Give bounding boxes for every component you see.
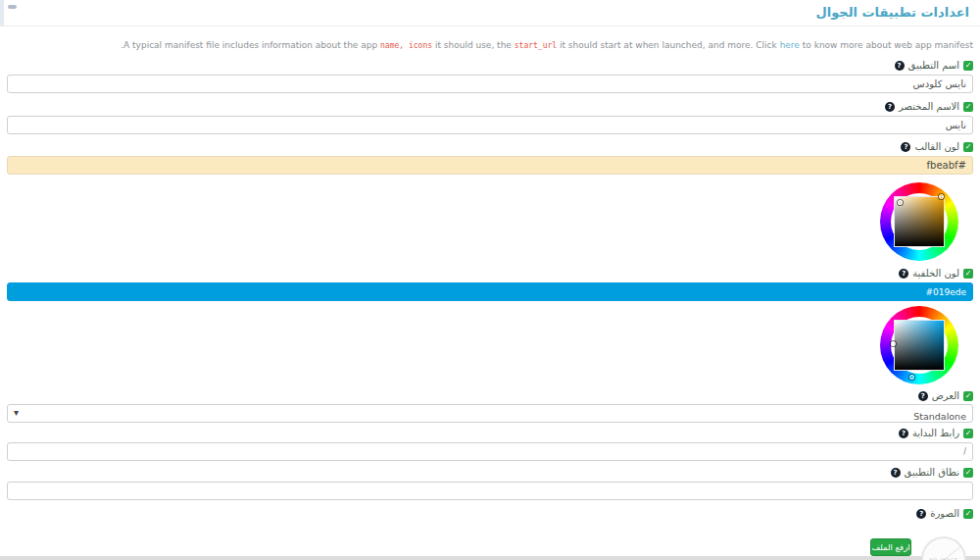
short-name-label: الاسم المختصر [899, 101, 959, 112]
scope-input[interactable] [7, 482, 973, 500]
theme-color-picker[interactable] [880, 182, 958, 261]
form-content: A typical manifest file includes informa… [0, 40, 980, 560]
collapse-handle-icon[interactable] [8, 5, 17, 9]
image-checkbox[interactable]: ✓ [963, 509, 973, 519]
display-help-icon[interactable]: ? [918, 391, 928, 401]
image-upload-row: NO IMAGE ارفع الملف [7, 537, 973, 560]
card-header: اعدادات تطبيقات الجوال [0, 0, 980, 26]
start-url-label: رابط البداية [912, 428, 959, 438]
scope-label: نطاق التطبيق [905, 467, 959, 478]
scope-label-row: ✓ نطاق التطبيق ? [7, 466, 973, 479]
display-select[interactable]: Standalone [8, 408, 972, 425]
display-label: العرض [932, 390, 959, 401]
background-color-help-icon[interactable]: ? [899, 269, 908, 279]
image-help-icon[interactable]: ? [916, 509, 926, 519]
background-color-picker[interactable] [880, 306, 958, 384]
start-url-input[interactable] [7, 442, 973, 461]
app-name-checkbox[interactable]: ✓ [963, 61, 973, 71]
desc-text-3: it should start at when launched, and mo… [557, 40, 780, 50]
background-hue-marker[interactable] [909, 375, 914, 380]
scope-help-icon[interactable]: ? [891, 468, 901, 478]
theme-color-checkbox[interactable]: ✓ [963, 142, 973, 152]
here-link[interactable]: here [780, 40, 800, 50]
app-name-input[interactable] [7, 75, 973, 93]
short-name-input[interactable] [7, 116, 973, 134]
display-label-row: ✓ العرض ? [7, 389, 973, 402]
start-url-help-icon[interactable]: ? [899, 429, 908, 438]
theme-hue-marker[interactable] [939, 194, 944, 199]
desc-text-1: A typical manifest file includes informa… [123, 40, 380, 50]
desc-code-start-url: start_url [514, 41, 557, 50]
short-name-label-row: ✓ الاسم المختصر ? [7, 100, 973, 113]
theme-sv-marker[interactable] [898, 200, 903, 205]
scope-checkbox[interactable]: ✓ [963, 468, 973, 478]
short-name-help-icon[interactable]: ? [885, 102, 895, 112]
desc-code-name-icons: name, icons [380, 41, 432, 50]
page-title: اعدادات تطبيقات الجوال [815, 5, 969, 20]
short-name-checkbox[interactable]: ✓ [963, 102, 973, 112]
app-name-label: اسم التطبيق [908, 60, 959, 71]
app-name-help-icon[interactable]: ? [895, 61, 905, 71]
display-checkbox[interactable]: ✓ [963, 391, 973, 401]
image-label-row: ✓ الصورة ? [7, 507, 973, 520]
background-color-label-row: ✓ لون الخلفية ? [7, 267, 973, 280]
background-saturation-square[interactable] [894, 320, 945, 371]
background-color-checkbox[interactable]: ✓ [963, 269, 973, 279]
background-sv-marker[interactable] [891, 341, 896, 346]
app-name-label-row: ✓ اسم التطبيق ? [7, 59, 973, 72]
background-color-label: لون الخلفية [912, 268, 959, 279]
manifest-description: A typical manifest file includes informa… [7, 40, 973, 50]
image-label: الصورة [930, 508, 959, 519]
theme-color-label-row: ✓ لون القالب ? [7, 140, 973, 153]
no-image-placeholder: NO IMAGE [921, 536, 966, 560]
upload-file-button[interactable]: ارفع الملف [870, 538, 911, 556]
theme-color-label: لون القالب [914, 141, 959, 152]
start-url-checkbox[interactable]: ✓ [963, 429, 973, 438]
start-url-label-row: ✓ رابط البداية ? [7, 427, 973, 439]
background-color-input[interactable] [7, 282, 973, 301]
theme-color-input[interactable] [7, 156, 973, 175]
desc-text-2: it should use, the [432, 40, 514, 50]
display-select-wrap: Standalone ▾ [7, 404, 973, 423]
theme-color-help-icon[interactable]: ? [901, 142, 910, 152]
mobile-app-settings-page: اعدادات تطبيقات الجوال A typical manifes… [0, 0, 980, 556]
